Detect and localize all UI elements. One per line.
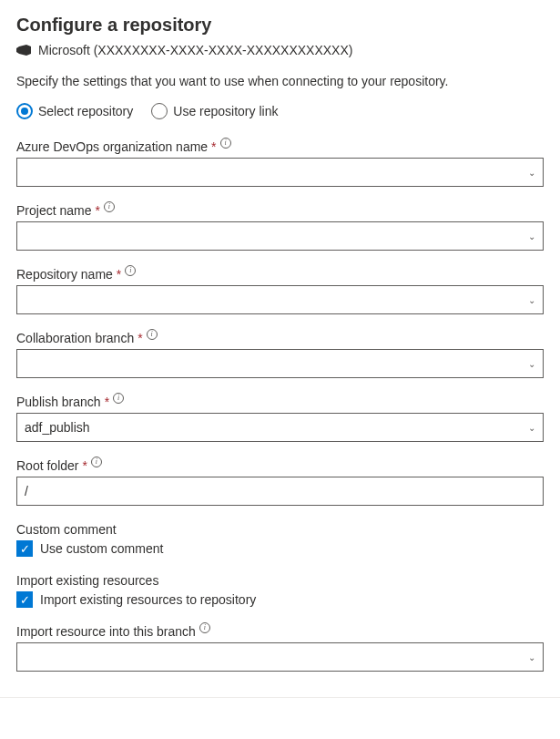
import-resources-header: Import existing resources [16, 573, 544, 588]
use-custom-comment-checkbox[interactable]: ✓ [16, 540, 33, 557]
radio-dot-icon [151, 103, 168, 119]
dropdown-value: adf_publish [25, 420, 90, 435]
info-icon[interactable]: i [104, 201, 115, 212]
radio-select-repository[interactable]: Select repository [16, 103, 133, 119]
info-icon[interactable]: i [125, 265, 136, 276]
required-indicator: * [137, 331, 142, 345]
custom-comment-header: Custom comment [16, 522, 544, 537]
use-custom-comment-label: Use custom comment [40, 541, 163, 556]
radio-label: Select repository [38, 104, 133, 118]
info-icon[interactable]: i [199, 622, 210, 633]
repository-name-label: Repository name [16, 267, 113, 282]
radio-label: Use repository link [173, 104, 278, 118]
publish-branch-label: Publish branch [16, 395, 101, 409]
info-icon[interactable]: i [220, 138, 231, 149]
import-branch-dropdown[interactable]: ⌄ [16, 642, 544, 672]
org-name: Microsoft (XXXXXXXX-XXXX-XXXX-XXXXXXXXXX… [38, 43, 352, 57]
project-name-dropdown[interactable]: ⌄ [16, 221, 544, 251]
collaboration-branch-dropdown[interactable]: ⌄ [16, 349, 544, 378]
chevron-down-icon: ⌄ [528, 359, 535, 369]
required-indicator: * [105, 395, 109, 409]
divider [0, 697, 560, 698]
required-indicator: * [95, 203, 99, 218]
info-icon[interactable]: i [147, 329, 158, 340]
root-folder-input[interactable] [16, 477, 544, 506]
chevron-down-icon: ⌄ [528, 168, 535, 178]
chevron-down-icon: ⌄ [528, 295, 535, 305]
chevron-down-icon: ⌄ [528, 652, 535, 662]
info-icon[interactable]: i [91, 457, 102, 467]
radio-dot-icon [16, 103, 33, 119]
info-icon[interactable]: i [113, 393, 124, 404]
import-resources-label: Import existing resources to repository [40, 592, 256, 607]
project-name-label: Project name [16, 203, 91, 218]
collaboration-branch-label: Collaboration branch [16, 331, 134, 345]
org-row: Microsoft (XXXXXXXX-XXXX-XXXX-XXXXXXXXXX… [16, 43, 544, 57]
chevron-down-icon: ⌄ [528, 231, 535, 241]
root-folder-label: Root folder [16, 458, 78, 473]
required-indicator: * [117, 267, 121, 282]
required-indicator: * [82, 458, 87, 473]
org-name-dropdown[interactable]: ⌄ [16, 158, 544, 187]
repository-name-dropdown[interactable]: ⌄ [16, 285, 544, 314]
chevron-down-icon: ⌄ [528, 423, 535, 433]
repo-mode-radio-group: Select repository Use repository link [16, 103, 544, 119]
publish-branch-dropdown[interactable]: adf_publish ⌄ [16, 413, 544, 442]
required-indicator: * [211, 139, 216, 154]
import-branch-label: Import resource into this branch [16, 624, 196, 639]
page-title: Configure a repository [16, 15, 544, 36]
description-text: Specify the settings that you want to us… [16, 74, 544, 88]
org-name-label: Azure DevOps organization name [16, 139, 208, 154]
devops-icon [16, 43, 31, 57]
radio-use-repository-link[interactable]: Use repository link [151, 103, 278, 119]
import-resources-checkbox[interactable]: ✓ [16, 591, 33, 608]
